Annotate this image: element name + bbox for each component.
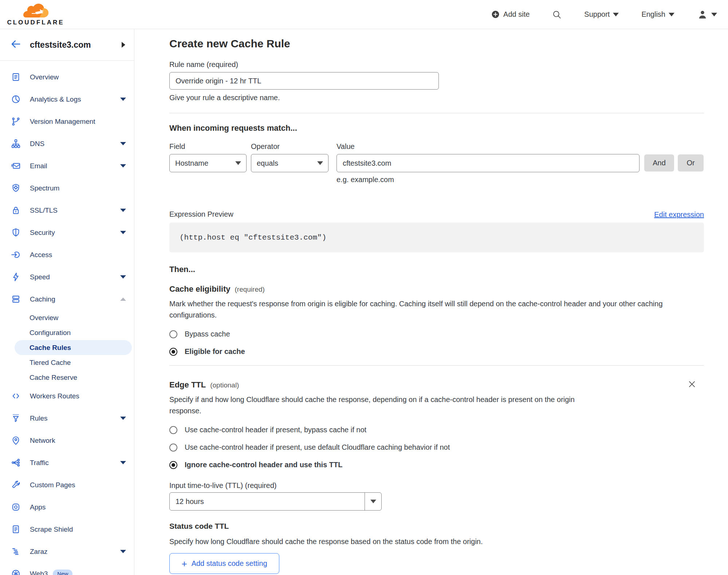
radio-selected-icon[interactable]: [169, 461, 177, 469]
sidebar-item-scrape-shield[interactable]: Scrape Shield: [0, 518, 134, 540]
sidebar-item-security[interactable]: Security: [0, 221, 134, 244]
account-menu[interactable]: [697, 9, 717, 20]
sidebar-item-caching-overview[interactable]: Overview: [0, 310, 134, 325]
sidebar-item-zaraz[interactable]: Zaraz: [0, 540, 134, 563]
chevron-down-icon: [120, 550, 126, 553]
support-label: Support: [584, 10, 610, 19]
radio-unselected-icon[interactable]: [169, 444, 177, 452]
value-helper: e.g. example.com: [337, 175, 640, 184]
match-condition-row: Field Hostname Operator equals Value cft…: [169, 142, 704, 184]
sidebar-item-rules[interactable]: Rules: [0, 407, 134, 429]
chevron-down-icon: [120, 164, 126, 168]
sidebar-item-caching-configuration[interactable]: Configuration: [0, 325, 134, 340]
caching-submenu: Overview Configuration Cache Rules Tiere…: [0, 310, 134, 385]
sidebar-item-ssl-tls[interactable]: SSL/TLS: [0, 199, 134, 221]
scrape-shield-icon: [11, 524, 21, 534]
add-site-label: Add site: [503, 10, 530, 19]
header-actions: Add site Support English: [491, 9, 722, 20]
back-arrow-icon[interactable]: [9, 39, 22, 51]
edge-ttl-heading: Edge TTL: [169, 379, 206, 390]
expression-preview-label: Expression Preview: [169, 209, 233, 219]
security-icon: [11, 228, 21, 237]
zaraz-icon: [11, 547, 21, 556]
main-content: Create new Cache Rule Rule name (require…: [134, 29, 728, 575]
language-menu[interactable]: English: [641, 10, 674, 19]
edge-ttl-description: Specify if and how long Cloudflare shoul…: [169, 394, 608, 417]
custom-pages-icon: [11, 480, 21, 490]
sidebar-item-email[interactable]: Email: [0, 155, 134, 177]
sidebar-item-custom-pages[interactable]: Custom Pages: [0, 474, 134, 496]
overview-icon: [11, 72, 21, 82]
dns-icon: [11, 139, 21, 149]
access-icon: [11, 250, 21, 260]
edge-ttl-option-ignore[interactable]: Ignore cache-control header and use this…: [169, 461, 704, 469]
rule-name-input[interactable]: Override origin - 12 hr TTL: [169, 72, 439, 90]
section-divider: [169, 113, 704, 113]
sidebar-item-network[interactable]: Network: [0, 429, 134, 452]
field-select[interactable]: Hostname: [169, 154, 247, 172]
chevron-down-icon: [669, 13, 674, 16]
radio-unselected-icon[interactable]: [169, 330, 177, 338]
add-status-code-setting-button[interactable]: + Add status code setting: [169, 553, 279, 574]
site-expand-caret-icon[interactable]: [122, 42, 125, 48]
search-button[interactable]: [552, 10, 562, 19]
edit-expression-link[interactable]: Edit expression: [654, 210, 704, 219]
speed-icon: [11, 272, 21, 282]
cache-eligibility-heading-row: Cache eligibility (required): [169, 284, 704, 295]
sidebar-item-access[interactable]: Access: [0, 244, 134, 266]
sidebar-item-caching[interactable]: Caching: [0, 288, 134, 310]
ttl-select[interactable]: 12 hours: [169, 492, 382, 511]
site-name: cftestsite3.com: [30, 40, 91, 50]
traffic-icon: [11, 458, 21, 468]
chevron-up-icon: [120, 298, 126, 301]
edge-ttl-heading-group: Edge TTL (optional): [169, 379, 239, 390]
sidebar-item-workers-routes[interactable]: Workers Routes: [0, 385, 134, 407]
sidebar-item-version-management[interactable]: Version Management: [0, 110, 134, 133]
sidebar-item-cache-reserve[interactable]: Cache Reserve: [0, 370, 134, 385]
sidebar-item-spectrum[interactable]: Spectrum: [0, 177, 134, 199]
chevron-down-icon: [120, 98, 126, 101]
bypass-cache-option[interactable]: Bypass cache: [169, 330, 704, 338]
sidebar-item-cache-rules[interactable]: Cache Rules: [15, 340, 132, 355]
radio-selected-icon[interactable]: [169, 348, 177, 356]
sidebar-item-speed[interactable]: Speed: [0, 266, 134, 288]
value-input[interactable]: cftestsite3.com: [337, 154, 640, 172]
sidebar-item-tiered-cache[interactable]: Tiered Cache: [0, 355, 134, 370]
chevron-down-icon: [120, 231, 126, 234]
cloudflare-logo-text: CLOUDFLARE: [7, 19, 64, 26]
radio-unselected-icon[interactable]: [169, 426, 177, 434]
edge-ttl-option-default[interactable]: Use cache-control header if present, use…: [169, 443, 704, 452]
operator-select[interactable]: equals: [251, 154, 328, 172]
cloudflare-logo[interactable]: CLOUDFLARE: [7, 3, 65, 26]
ssl-tls-icon: [11, 205, 21, 215]
cloudflare-cloud-icon: [22, 3, 50, 18]
value-column: Value cftestsite3.com e.g. example.com: [337, 142, 640, 184]
add-site-button[interactable]: Add site: [491, 10, 530, 19]
sidebar-item-analytics-logs[interactable]: Analytics & Logs: [0, 88, 134, 110]
sidebar: cftestsite3.com Overview Analytics & Log…: [0, 29, 134, 575]
chevron-down-icon: [613, 13, 619, 16]
email-icon: [11, 161, 21, 171]
and-button[interactable]: And: [644, 154, 674, 172]
expression-preview-box: (http.host eq "cftestsite3.com"): [169, 222, 704, 252]
section-divider: [169, 365, 704, 366]
sidebar-item-traffic[interactable]: Traffic: [0, 452, 134, 474]
sidebar-item-dns[interactable]: DNS: [0, 133, 134, 155]
select-arrow-button[interactable]: [365, 493, 381, 510]
chevron-down-icon: [317, 161, 323, 165]
close-icon[interactable]: [687, 379, 697, 389]
edge-ttl-option-bypass[interactable]: Use cache-control header if present, byp…: [169, 426, 704, 434]
chevron-down-icon: [120, 142, 126, 145]
support-menu[interactable]: Support: [584, 10, 619, 19]
caching-icon: [11, 294, 21, 304]
sidebar-item-overview[interactable]: Overview: [0, 66, 134, 88]
expression-code: (http.host eq "cftestsite3.com"): [180, 233, 326, 242]
eligible-for-cache-option[interactable]: Eligible for cache: [169, 347, 704, 356]
rules-icon: [11, 413, 21, 423]
search-icon: [552, 10, 562, 19]
sidebar-item-web3[interactable]: Web3 New: [0, 563, 134, 575]
operator-label: Operator: [251, 142, 328, 151]
sidebar-item-apps[interactable]: Apps: [0, 496, 134, 518]
or-button[interactable]: Or: [678, 154, 704, 172]
top-header: CLOUDFLARE Add site Support English: [0, 0, 728, 29]
